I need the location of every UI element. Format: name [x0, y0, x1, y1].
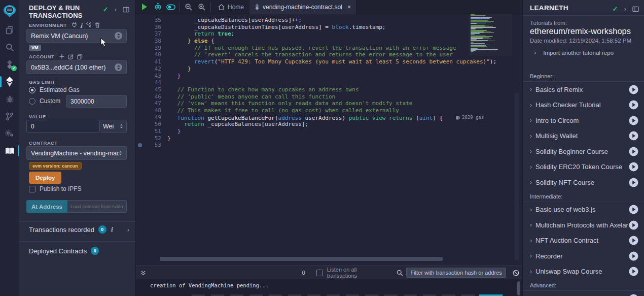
- custom-gas-radio[interactable]: Custom: [29, 97, 60, 105]
- learneth-icon[interactable]: [0, 143, 19, 158]
- code-line[interactable]: 35 _cupcakeBalances[userAddress]++;: [136, 17, 460, 24]
- code-line[interactable]: 48 // This makes it free to call (no gas…: [136, 107, 460, 114]
- environment-info-icon[interactable]: i: [80, 22, 83, 29]
- course-item[interactable]: ›Uniswap Swap Course: [523, 264, 644, 280]
- breakpoint-gutter[interactable]: [136, 30, 144, 38]
- course-item[interactable]: ›Solidity NFT Course: [523, 175, 644, 190]
- estimated-gas-radio[interactable]: Estimated Gas: [29, 86, 80, 93]
- breakpoint-gutter[interactable]: [136, 51, 144, 58]
- code-line[interactable]: 36 _cupcakeDistributionTimes[userAddress…: [136, 24, 460, 31]
- listen-checkbox[interactable]: [316, 270, 323, 276]
- breakpoint-gutter[interactable]: [136, 128, 144, 135]
- course-item[interactable]: ›All about Proxy Contracts: [523, 291, 644, 296]
- value-unit-select[interactable]: Wei: [100, 120, 127, 133]
- learneth-layout-icon[interactable]: [632, 6, 639, 12]
- git-icon[interactable]: [0, 109, 19, 124]
- trash-icon[interactable]: [95, 22, 100, 28]
- start-course-play-icon[interactable]: [629, 147, 638, 156]
- start-course-play-icon[interactable]: [629, 294, 638, 296]
- course-item[interactable]: ›Solidity Beginner Course: [523, 144, 644, 159]
- panel-layout-icon[interactable]: [123, 7, 129, 13]
- breakpoint-gutter[interactable]: [136, 86, 144, 93]
- start-course-play-icon[interactable]: [629, 116, 638, 125]
- custom-gas-input[interactable]: [66, 95, 127, 108]
- copy-account-icon[interactable]: [77, 54, 83, 59]
- ai-assistant-icon[interactable]: [151, 3, 164, 11]
- start-course-play-icon[interactable]: [629, 100, 638, 110]
- breakpoint-gutter[interactable]: [136, 38, 144, 45]
- panel-forward-icon[interactable]: ›: [115, 6, 117, 13]
- code-line[interactable]: 52}: [136, 135, 460, 142]
- code-line[interactable]: 41 revert("HTTP 429: Too Many Cupcakes (…: [136, 58, 460, 65]
- terminal-search-icon[interactable]: [393, 270, 407, 276]
- start-course-play-icon[interactable]: [629, 131, 638, 141]
- code-line[interactable]: 38 } else {: [136, 38, 460, 45]
- transactions-recorded-row[interactable]: Transactions recorded 0 i ›: [29, 225, 129, 234]
- breakpoint-gutter[interactable]: [136, 142, 144, 149]
- breakpoint-gutter[interactable]: [136, 58, 144, 65]
- code-line[interactable]: 47 // 'view' means this function only re…: [136, 100, 460, 107]
- file-explorer-icon[interactable]: [0, 22, 19, 38]
- contract-select[interactable]: VendingMachine - vending-machin: [26, 146, 127, 160]
- minimap[interactable]: [469, 14, 512, 56]
- copilot-toggle-icon[interactable]: [164, 4, 177, 10]
- account-select[interactable]: 0x5B3...eddC4 (100 ether): [26, 60, 127, 74]
- code-line[interactable]: 53: [136, 142, 460, 149]
- zoom-in-icon[interactable]: [195, 4, 208, 11]
- breakpoint-gutter[interactable]: [136, 100, 144, 107]
- code-line[interactable]: 50 return _cupcakeBalances[userAddress];: [136, 121, 460, 128]
- course-item[interactable]: ›NFT Auction Contract: [523, 233, 644, 249]
- clear-terminal-icon[interactable]: [509, 270, 522, 276]
- breakpoint-gutter[interactable]: [136, 65, 144, 73]
- code-line[interactable]: 39 // If not enough time has passed, rev…: [136, 45, 460, 52]
- code-line[interactable]: 40 // 'revert' cancels the transaction a…: [136, 51, 460, 58]
- course-item[interactable]: ›Intro to Circom: [523, 113, 644, 128]
- course-item[interactable]: ›Solidity ERC20 Token Course: [523, 159, 644, 175]
- breakpoint-gutter[interactable]: [136, 107, 144, 114]
- breakpoint-gutter[interactable]: [136, 73, 144, 80]
- breakpoint-gutter[interactable]: [136, 114, 144, 121]
- code-editor[interactable]: 35 _cupcakeBalances[userAddress]++;36 _c…: [136, 14, 522, 261]
- course-item[interactable]: ›Multisig Wallet: [523, 128, 644, 144]
- run-script-icon[interactable]: [138, 4, 151, 10]
- terminal-vscrollbar[interactable]: [517, 281, 520, 295]
- fork-icon[interactable]: [86, 22, 91, 27]
- code-line[interactable]: 37 return true;: [136, 30, 460, 38]
- breakpoint-gutter[interactable]: [136, 93, 144, 101]
- start-course-play-icon[interactable]: [629, 267, 638, 276]
- deploy-button[interactable]: Deploy: [29, 172, 61, 184]
- plug-icon[interactable]: [72, 22, 77, 27]
- learneth-forward-icon[interactable]: ›: [624, 5, 626, 13]
- transactions-expand-icon[interactable]: ›: [127, 226, 129, 234]
- course-item[interactable]: ›Recorder: [523, 248, 644, 264]
- deployed-contracts-row[interactable]: Deployed Contracts 0: [29, 247, 99, 255]
- breakpoint-gutter[interactable]: [136, 79, 144, 86]
- code-line[interactable]: 44: [136, 79, 460, 86]
- settings-icon[interactable]: [0, 126, 19, 141]
- terminal-filter-input[interactable]: [406, 268, 506, 278]
- remix-logo-icon[interactable]: [0, 2, 19, 20]
- import-tutorial-repo[interactable]: › Import another tutorial repo: [534, 49, 614, 56]
- start-course-play-icon[interactable]: [629, 236, 638, 245]
- search-icon[interactable]: [0, 40, 19, 55]
- transactions-info-icon[interactable]: i: [111, 226, 113, 233]
- zoom-out-icon[interactable]: [182, 4, 195, 11]
- code-line[interactable]: 51 }: [136, 128, 460, 135]
- edit-account-icon[interactable]: [68, 54, 74, 59]
- add-account-icon[interactable]: [59, 54, 64, 59]
- value-input[interactable]: [26, 120, 100, 133]
- tab-home[interactable]: Home: [213, 0, 249, 14]
- solidity-compiler-icon[interactable]: ✓: [0, 57, 19, 72]
- code-line[interactable]: 42 }: [136, 65, 460, 73]
- breakpoint-gutter[interactable]: [136, 45, 144, 52]
- start-course-play-icon[interactable]: [629, 205, 638, 214]
- code-line[interactable]: 45 // Function to check how many cupcake…: [136, 86, 460, 93]
- course-item[interactable]: ›Multichain Protocols with Axelar: [523, 217, 644, 233]
- code-line[interactable]: 46 // 'public' means anyone can call thi…: [136, 93, 460, 101]
- start-course-play-icon[interactable]: [629, 220, 638, 230]
- start-course-play-icon[interactable]: [629, 162, 638, 172]
- breakpoint-gutter[interactable]: [136, 121, 144, 128]
- code-line[interactable]: 49 function getCupcakeBalanceFor(address…: [136, 114, 460, 121]
- editor-hscrollbar[interactable]: [160, 257, 443, 261]
- course-item[interactable]: ›Hash Checker Tutorial: [523, 97, 644, 113]
